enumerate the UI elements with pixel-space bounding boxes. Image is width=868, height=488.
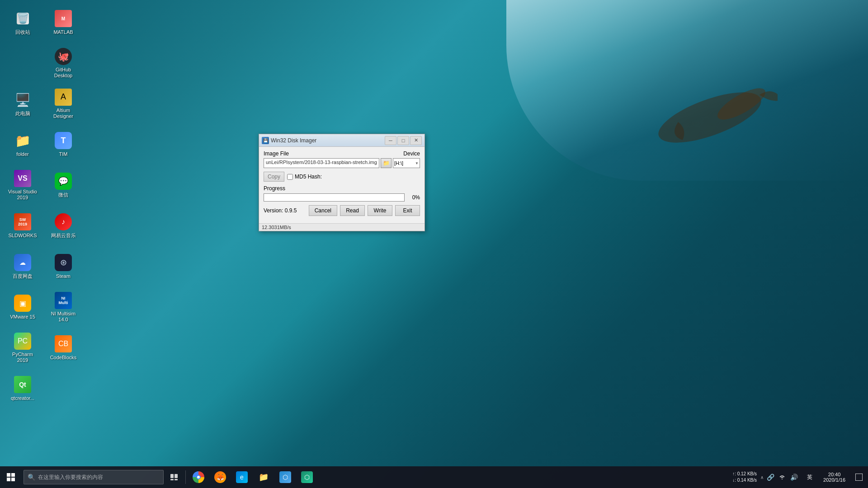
dialog-minimize-button[interactable]: ─ [385,136,396,145]
icon-baidu-pan[interactable]: ☁ 百度网盘 [5,249,41,285]
icon-netease-music[interactable]: ♪ 网易云音乐 [45,208,81,244]
md5-checkbox-area: MD5 Hash: [287,174,322,180]
copy-button[interactable]: Copy [264,172,284,182]
progress-label: Progress [264,185,420,192]
icon-wechat[interactable]: 💬 微信 [45,167,81,203]
taskbar: 🔍 在这里输入你要搜索的内容 🦊 e 📁 ⬡ ⬡ ↑: 0 [0,466,868,488]
version-label: Version: 0.9.5 [264,207,306,214]
icon-pycharm[interactable]: PC PyCharm 2019 [5,330,41,366]
device-select[interactable]: [H:\] ▼ [393,158,420,168]
icon-solidworks[interactable]: SW2019 SLDWORKS [5,208,41,244]
taskbar-search-bar[interactable]: 🔍 在这里输入你要搜索的内容 [24,470,164,484]
icon-folder[interactable]: 📁 folder [5,127,41,163]
icon-codeblocks[interactable]: CB CodeBlocks [45,330,81,366]
svg-rect-10 [855,474,863,481]
taskbar-app-firefox[interactable]: 🦊 [209,466,231,488]
icon-steam[interactable]: ⊛ Steam [45,249,81,285]
exit-button[interactable]: Exit [395,205,420,216]
dialog-body: Image File Device unLei/RPIsystem/2018-0… [259,147,425,223]
dialog-title: Win32 Disk Imager [271,137,316,144]
taskbar-app-app2[interactable]: ⬡ [296,466,318,488]
icon-visual-studio[interactable]: VS Visual Studio 2019 [5,167,41,203]
date-display: 2020/1/16 [823,477,845,483]
start-button[interactable] [0,466,22,488]
icon-github-desktop[interactable]: 🐙 GitHub Desktop [45,45,81,81]
svg-rect-6 [170,474,174,478]
progress-percent: 0% [407,194,420,201]
tray-icon-volume[interactable]: 🔊 [789,472,799,482]
svg-rect-2 [7,473,10,477]
icon-tim[interactable]: T TIM [45,127,81,163]
dialog-app-icon: 💾 [262,137,269,144]
svg-rect-8 [170,479,174,480]
icon-ni-multisim[interactable]: NIMulti NI Multisim 14.0 [45,289,81,325]
taskbar-app-file-explorer[interactable]: 📁 [253,466,274,488]
win32-disk-imager-dialog: 💾 Win32 Disk Imager ─ □ ✕ Image File Dev… [259,134,425,231]
write-button[interactable]: Write [368,205,392,216]
progress-row: 0% [264,193,420,202]
dialog-close-button[interactable]: ✕ [410,136,422,145]
notification-button[interactable] [852,466,866,488]
dialog-file-row: unLei/RPIsystem/2018-03-13-raspbian-stre… [264,158,420,168]
whale-silhouette [642,68,778,158]
svg-rect-7 [175,474,178,478]
taskbar-app2-icon: ⬡ [301,471,313,483]
icon-altium-designer[interactable]: A Altium Designer [45,86,81,122]
icon-my-computer[interactable]: 🖥️ 此电脑 [5,86,41,122]
icon-matlab[interactable]: M MATLAB [45,5,81,41]
file-path-input[interactable]: unLei/RPIsystem/2018-03-13-raspbian-stre… [264,158,379,168]
datetime-display[interactable]: 20:40 2020/1/16 [821,471,848,483]
svg-rect-3 [11,473,15,477]
icon-recycle-bin[interactable]: 🗑️ 回收站 [5,5,41,41]
md5-checkbox[interactable] [287,174,293,180]
device-label: Device [403,150,420,157]
dialog-status-bar: 12.3031MB/s [259,223,425,231]
taskbar-app-chrome[interactable] [188,466,209,488]
taskbar-app1-icon: ⬡ [279,471,291,483]
edge-icon: e [236,471,248,483]
browse-button[interactable]: 📁 [381,158,392,168]
icon-qtcreator[interactable]: Qt qtcreator... [5,371,41,407]
language-button[interactable]: 英 [802,466,817,488]
cancel-button[interactable]: Cancel [309,205,337,216]
dialog-titlebar: 💾 Win32 Disk Imager ─ □ ✕ [259,134,425,147]
dialog-maximize-button[interactable]: □ [397,136,409,145]
image-file-label: Image File [264,150,289,157]
task-view-button[interactable] [165,466,184,488]
dialog-action-row: Version: 0.9.5 Cancel Read Write Exit [264,205,420,216]
tray-icon-wifi[interactable] [777,472,787,482]
dialog-window-controls: ─ □ ✕ [385,136,422,145]
firefox-icon: 🦊 [214,471,226,483]
tray-expand-button[interactable]: ∧ [760,475,764,480]
md5-label: MD5 Hash: [295,174,322,180]
network-speed: ↑: 0.12 KB/s ↓: 0.14 KB/s [732,471,757,483]
svg-rect-9 [175,479,178,480]
taskbar-divider-1 [185,470,186,484]
status-text: 12.3031MB/s [262,225,291,230]
download-speed: ↓: 0.14 KB/s [732,477,757,483]
taskbar-app-edge[interactable]: e [231,466,253,488]
read-button[interactable]: Read [340,205,365,216]
chrome-icon [193,471,204,483]
progress-bar [264,193,405,202]
dialog-title-area: 💾 Win32 Disk Imager [262,137,316,144]
upload-speed: ↑: 0.12 KB/s [732,471,757,477]
tray-icon-network[interactable]: 🔗 [765,472,775,482]
icon-vmware[interactable]: ▣ VMware 15 [5,289,41,325]
time-display: 20:40 [828,472,841,477]
file-explorer-icon: 📁 [258,471,269,483]
system-tray: ∧ 🔗 🔊 [760,472,799,482]
svg-rect-5 [11,478,15,481]
svg-rect-4 [7,478,10,481]
taskbar-right-area: ↑: 0.12 KB/s ↓: 0.14 KB/s ∧ 🔗 🔊 英 20:40 … [732,466,868,488]
search-placeholder: 在这里输入你要搜索的内容 [38,474,103,481]
device-dropdown-arrow: ▼ [415,161,419,165]
dialog-copy-row: Copy MD5 Hash: [264,172,420,182]
dialog-field-labels: Image File Device [264,150,420,157]
desktop-icons-grid: 🗑️ 回收站 M MATLAB 🐙 GitHub Desktop 🖥️ 此电脑 … [0,0,99,352]
search-icon: 🔍 [28,474,35,481]
taskbar-app-app1[interactable]: ⬡ [274,466,296,488]
